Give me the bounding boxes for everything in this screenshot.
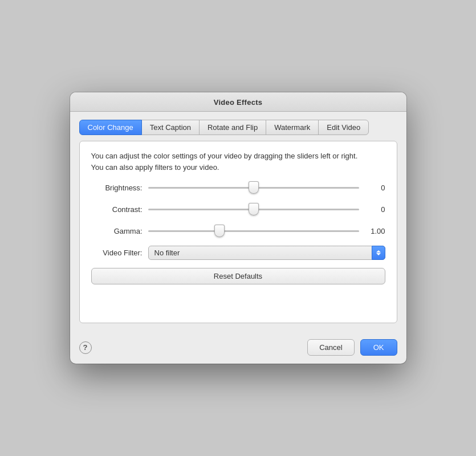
gamma-row: Gamma: 1.00 bbox=[91, 224, 385, 238]
tab-edit-video[interactable]: Edit Video bbox=[318, 120, 369, 135]
gamma-slider-container bbox=[148, 224, 359, 238]
tab-rotate-flip[interactable]: Rotate and Flip bbox=[199, 120, 266, 135]
gamma-value: 1.00 bbox=[365, 227, 385, 235]
ok-button[interactable]: OK bbox=[360, 339, 397, 356]
video-filter-wrapper: No filter Grayscale Sepia Invert Blur Sh… bbox=[148, 246, 385, 260]
tab-text-caption[interactable]: Text Caption bbox=[141, 120, 200, 135]
brightness-label: Brightness: bbox=[91, 184, 143, 192]
help-icon: ? bbox=[83, 343, 88, 352]
tab-color-change[interactable]: Color Change bbox=[79, 120, 142, 135]
brightness-row: Brightness: 0 bbox=[91, 181, 385, 194]
dialog-body: Color Change Text Caption Rotate and Fli… bbox=[70, 112, 406, 332]
video-filter-row: Video Filter: No filter Grayscale Sepia … bbox=[91, 246, 385, 260]
contrast-slider-container bbox=[148, 202, 359, 216]
brightness-value: 0 bbox=[365, 184, 385, 192]
reset-defaults-button[interactable]: Reset Defaults bbox=[91, 268, 385, 284]
brightness-slider[interactable] bbox=[148, 187, 359, 189]
tab-bar: Color Change Text Caption Rotate and Fli… bbox=[79, 120, 397, 135]
panel-description: You can adjust the color settings of you… bbox=[91, 150, 385, 173]
gamma-slider[interactable] bbox=[148, 230, 359, 232]
gamma-label: Gamma: bbox=[91, 227, 143, 235]
footer-buttons: Cancel OK bbox=[307, 339, 397, 356]
contrast-label: Contrast: bbox=[91, 205, 143, 214]
color-change-panel: You can adjust the color settings of you… bbox=[79, 141, 397, 323]
video-effects-dialog: Video Effects Color Change Text Caption … bbox=[70, 92, 406, 364]
title-bar: Video Effects bbox=[70, 92, 406, 112]
help-button[interactable]: ? bbox=[79, 341, 92, 354]
video-filter-label: Video Filter: bbox=[91, 249, 143, 257]
contrast-row: Contrast: 0 bbox=[91, 202, 385, 216]
cancel-button[interactable]: Cancel bbox=[307, 339, 354, 356]
tab-watermark[interactable]: Watermark bbox=[266, 120, 319, 135]
contrast-value: 0 bbox=[365, 205, 385, 214]
dialog-title: Video Effects bbox=[214, 98, 263, 107]
brightness-slider-container bbox=[148, 181, 359, 194]
video-filter-select[interactable]: No filter Grayscale Sepia Invert Blur Sh… bbox=[148, 246, 385, 260]
dialog-footer: ? Cancel OK bbox=[70, 332, 406, 364]
contrast-slider[interactable] bbox=[148, 209, 359, 210]
